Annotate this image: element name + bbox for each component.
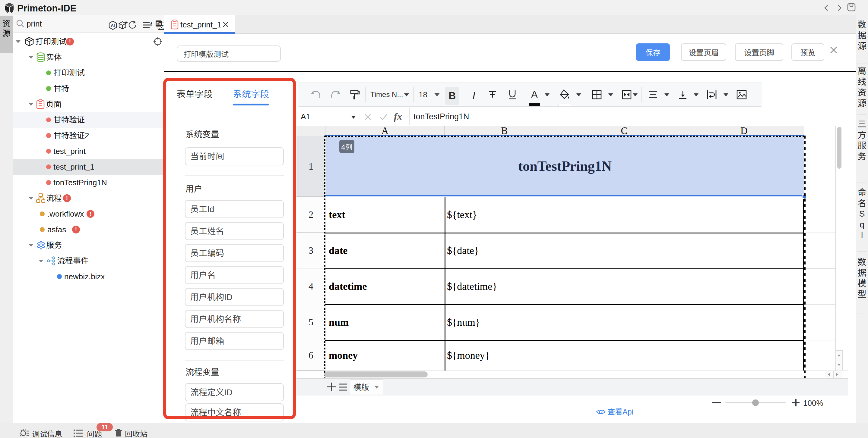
svg-text:En: En: [156, 22, 161, 26]
svg-text:AI: AI: [111, 23, 115, 28]
